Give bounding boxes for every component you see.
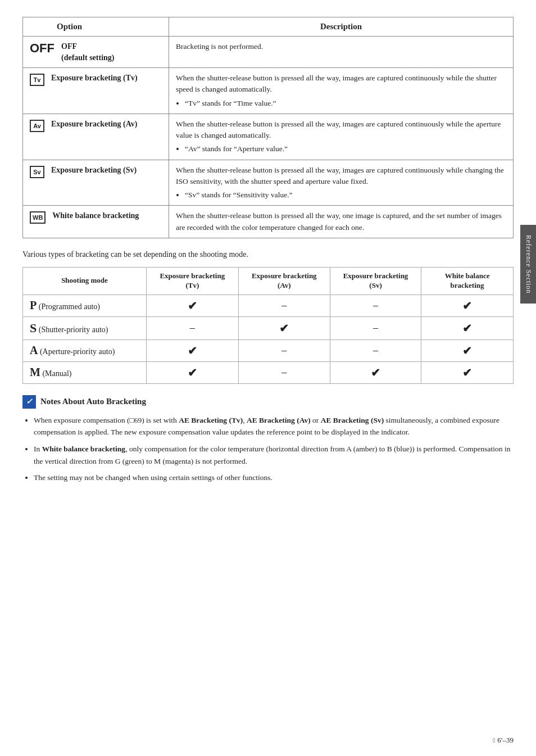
page-num: 6′–39: [497, 736, 514, 745]
mode-row: S (Shutter-priority auto): [23, 316, 147, 339]
dash: –: [281, 345, 287, 356]
av-cell: –: [238, 361, 330, 383]
option-cell: AvExposure bracketing (Av): [23, 114, 169, 160]
mode-name: (Manual): [40, 369, 72, 378]
tv-cell: –: [147, 316, 239, 339]
options-table: Option Description OFFOFF(default settin…: [22, 17, 514, 238]
option-cell: SvExposure bracketing (Sv): [23, 160, 169, 206]
wb-cell: ✔: [421, 361, 514, 383]
description-header: Description: [169, 17, 514, 37]
checkmark: ✔: [462, 322, 472, 334]
dash: –: [190, 322, 195, 333]
mode-letter: S: [30, 321, 37, 335]
option-name: Exposure bracketing (Tv): [51, 73, 138, 84]
notes-icon: ✓: [22, 395, 36, 409]
checkmark: ✔: [462, 345, 472, 357]
note-item: When exposure compensation (□69) is set …: [34, 414, 514, 438]
wb-cell: ✔: [421, 295, 514, 316]
note-item: In White balance bracketing, only compen…: [34, 443, 514, 467]
tv-header: Exposure bracketing (Tv): [147, 267, 239, 295]
tv-cell: ✔: [147, 361, 239, 383]
mode-row: A (Aperture-priority auto): [23, 339, 147, 361]
option-cell: OFFOFF(default setting): [23, 37, 169, 68]
sv-cell: –: [330, 339, 421, 361]
dash: –: [281, 300, 287, 311]
notes-title: Notes About Auto Bracketing: [40, 397, 146, 406]
av-cell: ✔: [238, 316, 330, 339]
mode-name: (Shutter-priority auto): [37, 325, 108, 334]
dash: –: [373, 300, 378, 311]
tv-cell: ✔: [147, 339, 239, 361]
description-cell: When the shutter-release button is press…: [169, 68, 514, 114]
wb-cell: ✔: [421, 339, 514, 361]
wb-cell: ✔: [421, 316, 514, 339]
sidebar-label: Reference Section: [524, 235, 533, 294]
page-icon: 𡤦: [493, 737, 495, 744]
notes-list: When exposure compensation (□69) is set …: [22, 414, 514, 484]
wb-header: White balance bracketing: [421, 267, 514, 295]
sv-header: Exposure bracketing (Sv): [330, 267, 421, 295]
option-name: Exposure bracketing (Sv): [51, 165, 137, 176]
tv-cell: ✔: [147, 295, 239, 316]
page-number: 𡤦 6′–39: [493, 736, 514, 745]
wb-icon: WB: [30, 211, 46, 224]
intro-text: Various types of bracketing can be set d…: [22, 248, 514, 260]
av-cell: –: [238, 295, 330, 316]
description-cell: When the shutter-release button is press…: [169, 206, 514, 238]
checkmark: ✔: [188, 366, 197, 379]
description-cell: When the shutter-release button is press…: [169, 160, 514, 206]
description-cell: When the shutter-release button is press…: [169, 114, 514, 160]
mode-row: M (Manual): [23, 361, 147, 383]
checkmark: ✔: [188, 300, 197, 312]
checkmark: ✔: [188, 345, 197, 357]
tv-icon: Tv: [30, 74, 44, 86]
notes-section: ✓ Notes About Auto Bracketing When expos…: [22, 395, 514, 484]
sv-cell: –: [330, 316, 421, 339]
sv-cell: –: [330, 295, 421, 316]
checkmark: ✔: [462, 300, 472, 312]
mode-row: P (Programmed auto): [23, 295, 147, 316]
dash: –: [373, 322, 378, 333]
option-header: Option: [23, 17, 169, 37]
note-item: The setting may not be changed when usin…: [34, 472, 514, 484]
av-cell: –: [238, 339, 330, 361]
mode-name: (Aperture-priority auto): [38, 347, 115, 356]
sv-cell: ✔: [330, 361, 421, 383]
mode-name: (Programmed auto): [37, 302, 100, 311]
reference-section-sidebar: Reference Section: [520, 225, 536, 304]
shooting-mode-table: Shooting mode Exposure bracketing (Tv) E…: [22, 267, 514, 384]
dash: –: [281, 366, 287, 378]
option-name: OFF(default setting): [61, 41, 115, 63]
option-cell: WBWhite balance bracketing: [23, 206, 169, 238]
dash: –: [373, 345, 378, 356]
checkmark: ✔: [462, 366, 472, 379]
mode-letter: M: [30, 366, 40, 378]
off-icon: OFF: [30, 41, 54, 56]
checkmark: ✔: [371, 366, 380, 379]
mode-letter: P: [30, 299, 37, 311]
option-cell: TvExposure bracketing (Tv): [23, 68, 169, 114]
sv-icon: Sv: [30, 166, 44, 178]
option-name: Exposure bracketing (Av): [51, 119, 137, 130]
mode-header: Shooting mode: [23, 267, 147, 295]
option-name: White balance bracketing: [52, 210, 139, 221]
av-icon: Av: [30, 120, 44, 132]
notes-header: ✓ Notes About Auto Bracketing: [22, 395, 514, 409]
main-content: Option Description OFFOFF(default settin…: [0, 11, 536, 500]
av-header: Exposure bracketing (Av): [238, 267, 330, 295]
description-cell: Bracketing is not performed.: [169, 37, 514, 68]
checkmark: ✔: [279, 322, 289, 334]
mode-letter: A: [30, 344, 38, 356]
